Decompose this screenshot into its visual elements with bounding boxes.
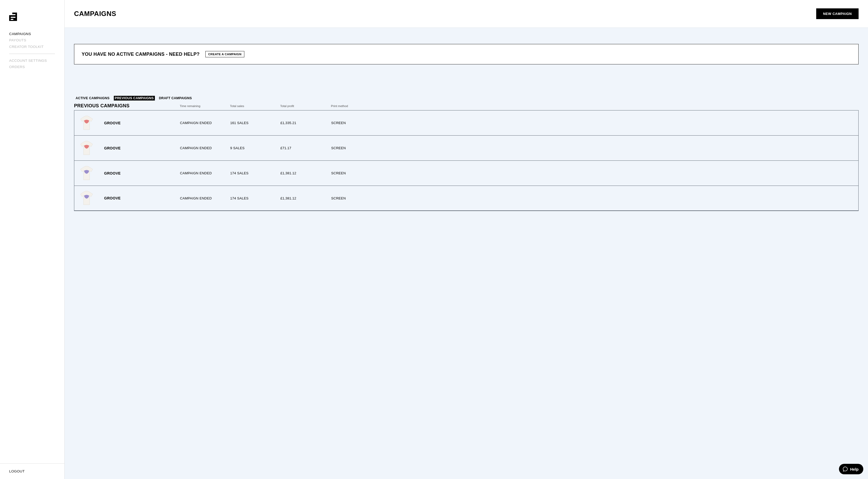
campaign-time: CAMPAIGN ENDED [180, 171, 230, 175]
notice-text: YOU HAVE NO ACTIVE CAMPAIGNS - NEED HELP… [82, 52, 199, 57]
svg-rect-4 [16, 12, 17, 16]
col-head-print: Print method [331, 104, 859, 108]
campaign-print: SCREEN [331, 196, 858, 200]
campaign-time: CAMPAIGN ENDED [180, 121, 230, 125]
table-row[interactable]: GROOVECAMPAIGN ENDED161 SALES£1,335.21SC… [74, 110, 859, 135]
logout-link[interactable]: LOGOUT [9, 469, 25, 473]
create-campaign-button[interactable]: CREATE A CAMPAIGN [205, 51, 244, 57]
campaign-thumbnail [79, 165, 104, 181]
campaign-print: SCREEN [331, 121, 858, 125]
nav-secondary: ACCOUNT SETTINGS ORDERS [9, 58, 55, 70]
campaign-tabs: ACTIVE CAMPAIGNS PREVIOUS CAMPAIGNS DRAF… [74, 96, 859, 100]
table-row[interactable]: GROOVECAMPAIGN ENDED9 SALES£71.17SCREEN [74, 135, 859, 160]
campaign-print: SCREEN [331, 171, 858, 175]
table-header-row: PREVIOUS CAMPAIGNS Time remaining Total … [74, 102, 859, 110]
campaign-profit: £1,381.12 [280, 171, 331, 175]
col-head-sales: Total sales [230, 104, 280, 108]
header-bar: CAMPAIGNS NEW CAMPAIGN [65, 0, 868, 28]
page-title: CAMPAIGNS [74, 10, 116, 18]
tshirt-icon [79, 115, 95, 131]
tshirt-icon [79, 140, 95, 156]
nav-item-account-settings[interactable]: ACCOUNT SETTINGS [9, 58, 55, 64]
tab-active-campaigns[interactable]: ACTIVE CAMPAIGNS [74, 96, 111, 100]
table-rows: GROOVECAMPAIGN ENDED161 SALES£1,335.21SC… [74, 110, 859, 211]
tab-draft-campaigns[interactable]: DRAFT CAMPAIGNS [158, 96, 193, 100]
tab-previous-campaigns[interactable]: PREVIOUS CAMPAIGNS [114, 96, 155, 100]
campaign-thumbnail [79, 115, 104, 131]
campaign-sales: 174 SALES [230, 171, 280, 175]
nav-item-payouts[interactable]: PAYOUTS [9, 37, 55, 43]
campaign-print: SCREEN [331, 146, 858, 150]
campaign-thumbnail [79, 140, 104, 156]
section-label: PREVIOUS CAMPAIGNS [74, 103, 180, 109]
help-label: Help [850, 467, 859, 471]
everpress-logo-icon [9, 12, 19, 21]
sidebar: CAMPAIGNS PAYOUTS CREATOR TOOLKIT ACCOUN… [0, 0, 65, 479]
campaign-time: CAMPAIGN ENDED [180, 146, 230, 150]
content-area: YOU HAVE NO ACTIVE CAMPAIGNS - NEED HELP… [65, 28, 868, 479]
campaign-name: GROOVE [104, 146, 180, 150]
nav-primary: CAMPAIGNS PAYOUTS CREATOR TOOLKIT [9, 31, 55, 50]
svg-rect-2 [11, 19, 13, 20]
campaign-name: GROOVE [104, 121, 180, 125]
logout-area: LOGOUT [0, 463, 64, 479]
campaign-profit: £1,335.21 [280, 121, 331, 125]
campaign-name: GROOVE [104, 196, 180, 200]
campaigns-table: PREVIOUS CAMPAIGNS Time remaining Total … [74, 102, 859, 211]
campaign-profit: £71.17 [280, 146, 331, 150]
table-row[interactable]: GROOVECAMPAIGN ENDED174 SALES£1,381.12SC… [74, 160, 859, 186]
col-head-profit: Total profit [280, 104, 331, 108]
help-widget[interactable]: Help [839, 464, 863, 474]
campaign-time: CAMPAIGN ENDED [180, 196, 230, 200]
help-chat-icon [843, 467, 848, 472]
campaign-sales: 174 SALES [230, 196, 280, 200]
logo[interactable] [9, 12, 55, 21]
nav-item-orders[interactable]: ORDERS [9, 64, 55, 70]
table-row[interactable]: GROOVECAMPAIGN ENDED174 SALES£1,381.12SC… [74, 186, 859, 211]
nav-item-creator-toolkit[interactable]: CREATOR TOOLKIT [9, 44, 55, 50]
main: CAMPAIGNS NEW CAMPAIGN YOU HAVE NO ACTIV… [65, 0, 868, 479]
tshirt-icon [79, 165, 95, 181]
campaign-sales: 9 SALES [230, 146, 280, 150]
nav-divider [9, 54, 55, 54]
campaign-profit: £1,381.12 [280, 196, 331, 200]
col-head-time: Time remaining [180, 104, 230, 108]
no-active-campaigns-notice: YOU HAVE NO ACTIVE CAMPAIGNS - NEED HELP… [74, 44, 859, 64]
new-campaign-button[interactable]: NEW CAMPAIGN [816, 8, 859, 19]
campaign-thumbnail [79, 190, 104, 206]
nav-item-campaigns[interactable]: CAMPAIGNS [9, 31, 55, 37]
campaign-sales: 161 SALES [230, 121, 280, 125]
tshirt-icon [79, 190, 95, 206]
campaign-name: GROOVE [104, 171, 180, 175]
svg-rect-1 [11, 17, 16, 18]
